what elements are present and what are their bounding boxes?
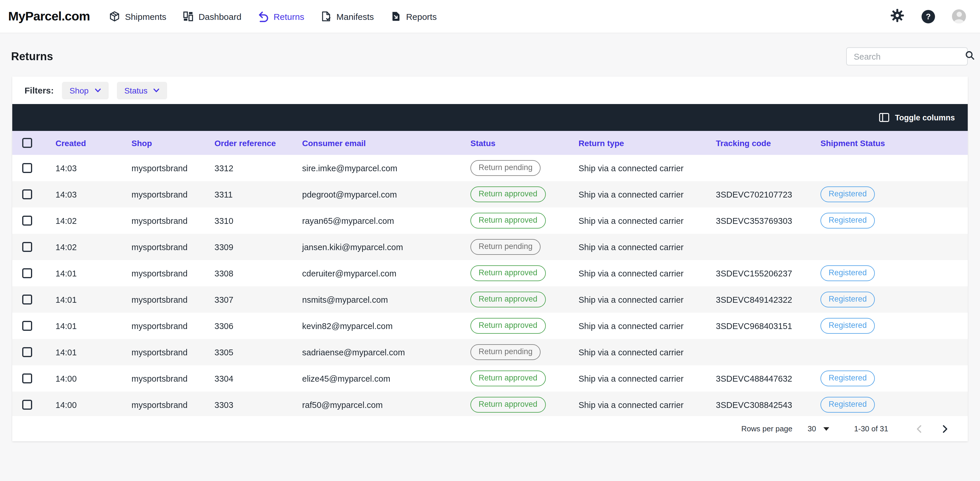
cell-tracking-code: 3SDEVC488447632 (716, 374, 821, 383)
table-body: 14:03 mysportsbrand 3312 sire.imke@mypar… (12, 155, 968, 416)
cell-order-reference: 3308 (215, 269, 302, 278)
nav-item-dashboard[interactable]: Dashboard (182, 11, 241, 22)
cell-return-type: Ship via a connected carrier (579, 216, 716, 225)
filter-shop-label: Shop (70, 86, 89, 95)
cell-tracking-code: 3SDEVC849142322 (716, 295, 821, 304)
help-icon[interactable]: ? (921, 10, 935, 23)
cell-return-type: Ship via a connected carrier (579, 242, 716, 252)
row-checkbox[interactable] (22, 216, 32, 226)
table-row[interactable]: 14:01 mysportsbrand 3307 nsmits@myparcel… (12, 287, 968, 313)
cell-tracking-code: 3SDEVC702107723 (716, 190, 821, 199)
returns-page: MyParcel.com Shipments Dashboard Returns… (0, 0, 980, 481)
shipment-status-badge: Registered (821, 213, 875, 229)
nav-item-shipments[interactable]: Shipments (109, 11, 167, 22)
chevron-right-icon (941, 424, 949, 433)
table-row[interactable]: 14:02 mysportsbrand 3309 jansen.kiki@myp… (12, 234, 968, 260)
status-badge: Return approved (471, 186, 546, 202)
cell-order-reference: 3309 (215, 242, 302, 252)
cell-consumer-email: sadriaense@myparcel.com (302, 347, 471, 357)
user-avatar[interactable] (952, 10, 966, 23)
nav-item-manifests[interactable]: Manifests (320, 11, 374, 22)
row-checkbox[interactable] (22, 163, 32, 173)
cell-consumer-email: cderuiter@myparcel.com (302, 269, 471, 278)
cell-order-reference: 3306 (215, 321, 302, 331)
next-page-button[interactable] (937, 421, 953, 436)
nav-right: ? (890, 8, 966, 25)
search-input[interactable] (853, 51, 964, 62)
filter-status-label: Status (124, 86, 147, 95)
table-row[interactable]: 14:00 mysportsbrand 3303 raf50@myparcel.… (12, 392, 968, 416)
shipment-status-badge: Registered (821, 291, 875, 307)
col-header-status: Status (471, 138, 579, 148)
table-row[interactable]: 14:01 mysportsbrand 3308 cderuiter@mypar… (12, 260, 968, 287)
top-nav: MyParcel.com Shipments Dashboard Returns… (0, 0, 980, 33)
shipment-status-badge: Registered (821, 265, 875, 281)
shipment-status-badge: Registered (821, 186, 875, 202)
cell-order-reference: 3305 (215, 347, 302, 357)
pagination-range: 1-30 of 31 (854, 424, 888, 433)
rows-per-page-select[interactable]: 30 (808, 424, 829, 433)
filter-shop-dropdown[interactable]: Shop (62, 81, 108, 99)
cell-status: Return approved (471, 371, 579, 386)
cell-return-type: Ship via a connected carrier (579, 190, 716, 199)
nav-item-returns[interactable]: Returns (257, 11, 304, 22)
table-row[interactable]: 14:03 mysportsbrand 3311 pdegroot@myparc… (12, 181, 968, 207)
cell-order-reference: 3312 (215, 163, 302, 173)
cell-created: 14:01 (56, 347, 132, 357)
shipment-status-badge: Registered (821, 371, 875, 386)
row-checkbox[interactable] (22, 295, 32, 304)
cell-shop: mysportsbrand (132, 190, 215, 199)
cell-shipment-status: Registered (821, 318, 968, 334)
previous-page-button[interactable] (912, 421, 927, 436)
cell-return-type: Ship via a connected carrier (579, 321, 716, 331)
table-row[interactable]: 14:02 mysportsbrand 3310 rayan65@myparce… (12, 207, 968, 234)
cell-shop: mysportsbrand (132, 269, 215, 278)
row-checkbox[interactable] (22, 242, 32, 252)
cell-created: 14:01 (56, 321, 132, 331)
cell-status: Return pending (471, 160, 579, 176)
table-row[interactable]: 14:03 mysportsbrand 3312 sire.imke@mypar… (12, 155, 968, 181)
cell-shipment-status: Registered (821, 265, 968, 281)
row-checkbox[interactable] (22, 268, 32, 278)
select-all-checkbox[interactable] (22, 138, 32, 148)
cell-tracking-code: 3SDEVC308842543 (716, 400, 821, 409)
cell-status: Return approved (471, 291, 579, 307)
nav-items: Shipments Dashboard Returns Manifests Re… (109, 11, 437, 22)
cell-consumer-email: rayan65@myparcel.com (302, 216, 471, 225)
filters-label: Filters: (25, 85, 54, 95)
table-row[interactable]: 14:01 mysportsbrand 3305 sadriaense@mypa… (12, 339, 968, 365)
row-checkbox[interactable] (22, 400, 32, 410)
filter-status-dropdown[interactable]: Status (116, 81, 167, 99)
search-icon[interactable] (964, 49, 976, 64)
toggle-columns-button[interactable]: Toggle columns (879, 113, 955, 122)
status-badge: Return approved (471, 213, 546, 229)
cell-order-reference: 3310 (215, 216, 302, 225)
cell-shipment-status: Registered (821, 186, 968, 202)
table-row[interactable]: 14:00 mysportsbrand 3304 elize45@myparce… (12, 365, 968, 392)
cell-created: 14:00 (56, 374, 132, 383)
brand-logo[interactable]: MyParcel.com (8, 9, 90, 24)
col-header-consumer-email: Consumer email (302, 138, 471, 148)
cell-status: Return approved (471, 213, 579, 229)
settings-gear-icon[interactable] (890, 8, 905, 25)
row-checkbox[interactable] (22, 347, 32, 357)
package-icon (109, 11, 120, 22)
row-checkbox[interactable] (22, 321, 32, 331)
nav-item-reports[interactable]: Reports (390, 11, 437, 22)
table-footer: Rows per page 30 1-30 of 31 (12, 416, 968, 441)
cell-shop: mysportsbrand (132, 321, 215, 331)
cell-consumer-email: elize45@myparcel.com (302, 374, 471, 383)
row-checkbox[interactable] (22, 190, 32, 199)
cell-shop: mysportsbrand (132, 295, 215, 304)
cell-status: Return approved (471, 318, 579, 334)
col-header-shipment-status: Shipment Status (821, 138, 968, 148)
cell-consumer-email: jansen.kiki@myparcel.com (302, 242, 471, 252)
table-row[interactable]: 14:01 mysportsbrand 3306 kevin82@myparce… (12, 313, 968, 339)
col-header-order-reference: Order reference (215, 138, 302, 148)
search-box (846, 47, 968, 65)
cell-order-reference: 3311 (215, 190, 302, 199)
cell-shop: mysportsbrand (132, 216, 215, 225)
row-checkbox[interactable] (22, 373, 32, 384)
cell-consumer-email: sire.imke@myparcel.com (302, 163, 471, 173)
cell-return-type: Ship via a connected carrier (579, 400, 716, 409)
